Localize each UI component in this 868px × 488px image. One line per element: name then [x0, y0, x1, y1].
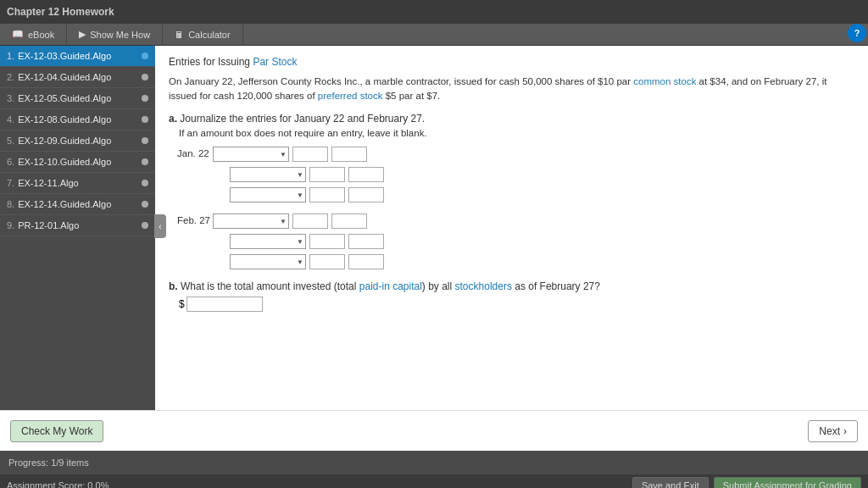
preferred-stock-link[interactable]: preferred stock	[318, 91, 383, 101]
jan-row2-credit[interactable]	[348, 167, 384, 182]
show-me-how-icon: ▶	[79, 29, 86, 40]
sidebar-item-6[interactable]: 6. EX-12-10.Guided.Algo	[0, 152, 155, 173]
part-a-sublabel: If an amount box does not require an ent…	[179, 128, 854, 138]
jan-row1-debit[interactable]	[292, 147, 328, 162]
feb-row2-account-select[interactable]	[230, 234, 306, 249]
jan-row1-credit[interactable]	[331, 147, 367, 162]
problem-text: On January 22, Jefferson County Rocks In…	[169, 75, 854, 104]
tab-bar: 📖 eBook ▶ Show Me How 🖩 Calculator ?	[0, 24, 868, 46]
jan-row1-account-wrapper	[213, 147, 289, 162]
jan-row2-account-select[interactable]	[230, 167, 306, 182]
sidebar-num-1: 1.	[7, 51, 14, 61]
common-stock-link[interactable]: common stock	[633, 76, 696, 86]
sidebar-label-7: EX-12-11.Algo	[18, 178, 79, 188]
sidebar-item-5[interactable]: 5. EX-12-09.Guided.Algo	[0, 130, 155, 152]
jan-row3-account-select[interactable]	[230, 187, 306, 202]
content-area: Entries for Issuing Par Stock On January…	[155, 46, 868, 410]
part-b-label: b. What is the total amount invested (to…	[169, 280, 854, 292]
jan-22-section: Jan. 22	[169, 147, 854, 205]
feb-row3-debit[interactable]	[309, 254, 345, 269]
ebook-icon: 📖	[12, 29, 24, 40]
sidebar-num-9: 9.	[7, 220, 14, 230]
sidebar-item-4[interactable]: 4. EX-12-08.Guided.Algo	[0, 109, 155, 130]
check-my-work-button[interactable]: Check My Work	[10, 420, 103, 442]
feb-row3-account-select[interactable]	[230, 254, 306, 269]
tab-show-me-how[interactable]: ▶ Show Me How	[67, 24, 163, 45]
save-exit-button[interactable]: Save and Exit	[632, 477, 709, 488]
sidebar: 1. EX-12-03.Guided.Algo 2. EX-12-04.Guid…	[0, 46, 155, 410]
tab-ebook[interactable]: 📖 eBook	[0, 24, 67, 45]
sidebar-collapse-button[interactable]: ‹	[154, 214, 166, 238]
sidebar-dot-6	[142, 158, 148, 165]
jan-row2-debit[interactable]	[309, 167, 345, 182]
feb-row3-credit[interactable]	[348, 254, 384, 269]
user-circle: ?	[848, 24, 866, 42]
sidebar-num-5: 5.	[7, 136, 14, 146]
sidebar-dot-9	[142, 222, 148, 229]
paid-in-capital-link[interactable]: paid-in capital	[359, 280, 422, 292]
feb-row2-debit[interactable]	[309, 234, 345, 249]
jan-row2-account-wrapper	[230, 167, 306, 182]
jan-row3-account-wrapper	[230, 187, 306, 202]
par-stock-link[interactable]: Par Stock	[253, 56, 297, 68]
stockholders-link[interactable]: stockholders	[455, 280, 512, 292]
sidebar-item-8[interactable]: 8. EX-12-14.Guided.Algo	[0, 194, 155, 215]
sidebar-label-2: EX-12-04.Guided.Algo	[18, 72, 111, 82]
total-amount-wrapper: $	[179, 297, 854, 312]
feb-row2-credit[interactable]	[348, 234, 384, 249]
sidebar-num-8: 8.	[7, 199, 14, 209]
jan-row3-debit[interactable]	[309, 187, 345, 202]
tab-calculator[interactable]: 🖩 Calculator	[163, 24, 243, 45]
feb-row1-account-select[interactable]	[213, 214, 289, 229]
sidebar-item-9[interactable]: 9. PR-12-01.Algo	[0, 215, 155, 236]
sidebar-label-8: EX-12-14.Guided.Algo	[18, 199, 111, 209]
sidebar-dot-1	[142, 53, 148, 59]
progress-label: Progress: 1/9 items	[8, 458, 89, 468]
content-title: Entries for Issuing Par Stock	[169, 56, 854, 68]
score-bar: Assignment Score: 0.0% Save and Exit Sub…	[0, 474, 868, 488]
feb-row1-debit[interactable]	[292, 214, 328, 229]
next-button[interactable]: Next ›	[808, 420, 858, 442]
sidebar-dot-2	[142, 74, 148, 80]
jan-row3-credit[interactable]	[348, 187, 384, 202]
sidebar-label-5: EX-12-09.Guided.Algo	[18, 136, 111, 146]
progress-bar: Progress: 1/9 items	[0, 451, 868, 474]
sidebar-dot-4	[142, 116, 148, 123]
sidebar-wrapper: 1. EX-12-03.Guided.Algo 2. EX-12-04.Guid…	[0, 46, 155, 410]
sidebar-label-3: EX-12-05.Guided.Algo	[18, 93, 111, 103]
feb-27-section: Feb. 27	[169, 214, 854, 272]
feb-row1-credit[interactable]	[331, 214, 367, 229]
feb-row1-account-wrapper	[213, 214, 289, 229]
top-bar: Chapter 12 Homework	[0, 0, 868, 24]
content-bottom: Check My Work Next ›	[0, 410, 868, 451]
sidebar-item-3[interactable]: 3. EX-12-05.Guided.Algo	[0, 88, 155, 109]
sidebar-item-1[interactable]: 1. EX-12-03.Guided.Algo	[0, 46, 155, 67]
sidebar-num-2: 2.	[7, 72, 14, 82]
submit-grading-button[interactable]: Submit Assignment for Grading	[714, 477, 861, 488]
part-b-section: b. What is the total amount invested (to…	[169, 280, 854, 312]
score-buttons: Save and Exit Submit Assignment for Grad…	[632, 477, 861, 488]
next-arrow-icon: ›	[843, 425, 847, 437]
sidebar-dot-5	[142, 137, 148, 144]
feb-27-label: Feb. 27	[177, 214, 213, 225]
main-layout: 1. EX-12-03.Guided.Algo 2. EX-12-04.Guid…	[0, 46, 868, 410]
feb-row2-account-wrapper	[230, 234, 306, 249]
sidebar-num-7: 7.	[7, 178, 14, 188]
sidebar-item-2[interactable]: 2. EX-12-04.Guided.Algo	[0, 67, 155, 88]
app-title: Chapter 12 Homework	[7, 6, 114, 18]
sidebar-dot-3	[142, 95, 148, 102]
score-text: Assignment Score: 0.0%	[7, 480, 108, 488]
sidebar-dot-7	[142, 180, 148, 186]
calculator-icon: 🖩	[175, 30, 184, 40]
sidebar-label-6: EX-12-10.Guided.Algo	[18, 157, 111, 167]
sidebar-label-4: EX-12-08.Guided.Algo	[18, 114, 111, 125]
feb-row3-account-wrapper	[230, 254, 306, 269]
sidebar-num-4: 4.	[7, 114, 14, 125]
sidebar-item-7[interactable]: 7. EX-12-11.Algo	[0, 173, 155, 194]
jan-22-label: Jan. 22	[177, 147, 213, 158]
part-a-label: a. Journalize the entries for January 22…	[169, 113, 854, 125]
sidebar-label-1: EX-12-03.Guided.Algo	[18, 51, 111, 61]
total-amount-input[interactable]	[186, 297, 263, 312]
jan-row1-account-select[interactable]	[213, 147, 289, 162]
sidebar-label-9: PR-12-01.Algo	[18, 220, 79, 230]
